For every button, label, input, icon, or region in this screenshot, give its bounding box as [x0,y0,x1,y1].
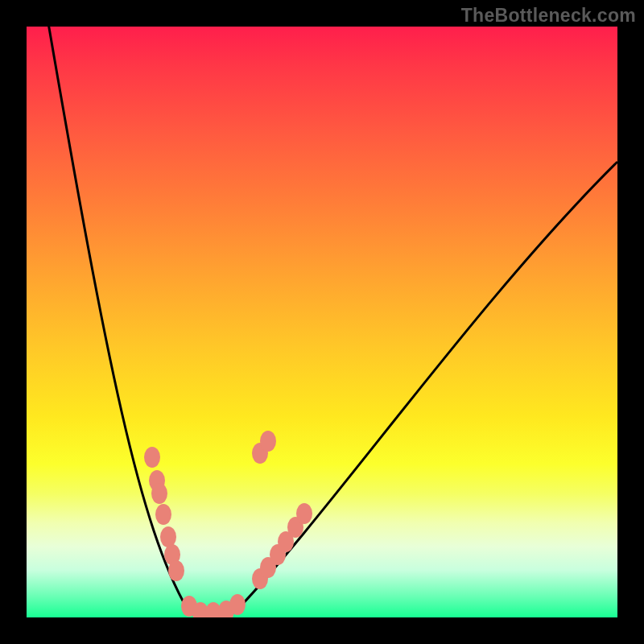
marker-group [144,431,312,617]
data-marker [155,504,171,525]
data-marker [151,483,167,504]
plot-area [27,27,617,617]
data-marker [144,447,160,468]
watermark-text: TheBottleneck.com [461,5,636,27]
data-marker [168,560,184,581]
chart-frame: TheBottleneck.com [0,0,644,644]
chart-svg [27,27,617,617]
data-marker [229,594,246,615]
data-marker [296,503,312,524]
bottleneck-curve [47,27,617,617]
data-marker [160,526,176,547]
data-marker [260,431,276,452]
